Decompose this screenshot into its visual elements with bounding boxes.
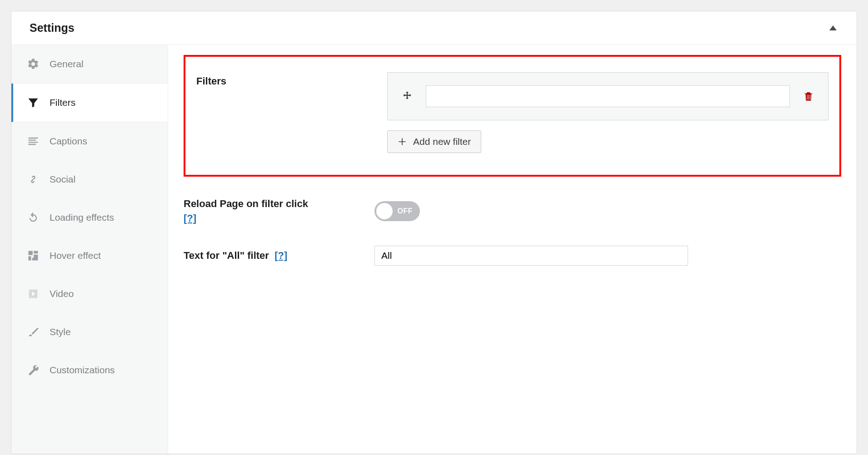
sidebar-item-label: Style [50,326,71,337]
sidebar-item-hover-effect[interactable]: Hover effect [11,237,168,275]
sidebar-item-label: Customizations [50,365,115,376]
sidebar-item-general[interactable]: General [11,45,168,84]
reload-help-link[interactable]: [?] [184,213,196,224]
toggle-knob [376,203,393,219]
move-icon[interactable] [401,90,413,102]
refresh-icon [27,211,40,224]
brush-icon [27,326,40,338]
filters-highlight-box: Filters [184,55,841,177]
panel-body: General Filters Captions Social [11,45,857,454]
sidebar-item-label: Loading effects [50,212,114,223]
gear-icon [27,58,40,70]
all-filter-help-link[interactable]: [?] [274,250,287,261]
sidebar-item-label: Hover effect [50,250,101,261]
reload-toggle[interactable]: OFF [374,201,420,221]
add-filter-button[interactable]: Add new filter [387,130,481,153]
wrench-icon [27,364,40,376]
sidebar-item-label: Video [50,288,74,299]
all-filter-row: Text for "All" filter [?] [184,246,841,266]
settings-sidebar: General Filters Captions Social [11,45,168,454]
reload-label: Reload Page on filter click [184,198,308,209]
all-filter-input[interactable] [374,246,688,266]
sidebar-item-label: Captions [50,136,87,147]
link-icon [27,173,40,186]
filters-section-label: Filters [196,72,378,89]
collapse-caret-icon[interactable] [829,25,837,30]
filter-name-input[interactable] [426,85,790,107]
sidebar-item-label: Filters [50,97,75,108]
filter-icon [27,96,40,109]
reload-row: Reload Page on filter click [?] OFF [184,197,841,226]
sidebar-item-social[interactable]: Social [11,160,168,198]
filters-row: Filters [196,72,828,153]
all-filter-control [374,246,841,266]
sidebar-item-label: General [50,59,84,69]
sidebar-item-video[interactable]: Video [11,275,168,313]
settings-panel: Settings General Filters Captions [11,11,857,454]
reload-control: OFF [374,201,841,221]
sidebar-item-filters[interactable]: Filters [11,84,168,122]
filter-item [387,72,828,120]
all-filter-label-block: Text for "All" filter [?] [184,248,365,263]
content-area: Filters [168,45,857,454]
sidebar-item-loading-effects[interactable]: Loading effects [11,198,168,237]
all-filter-label: Text for "All" filter [184,250,269,261]
panel-title: Settings [30,21,75,35]
sidebar-item-customizations[interactable]: Customizations [11,351,168,389]
reload-label-block: Reload Page on filter click [?] [184,197,365,226]
grid-icon [27,249,40,262]
toggle-text: OFF [398,207,413,215]
panel-header: Settings [11,11,857,45]
play-icon [27,287,40,300]
sidebar-item-label: Social [50,174,75,185]
delete-icon[interactable] [803,90,814,103]
sidebar-item-style[interactable]: Style [11,313,168,351]
filters-control: Add new filter [387,72,828,153]
captions-icon [27,135,40,148]
sidebar-item-captions[interactable]: Captions [11,122,168,160]
add-filter-label: Add new filter [413,136,471,147]
plus-icon [398,137,407,146]
